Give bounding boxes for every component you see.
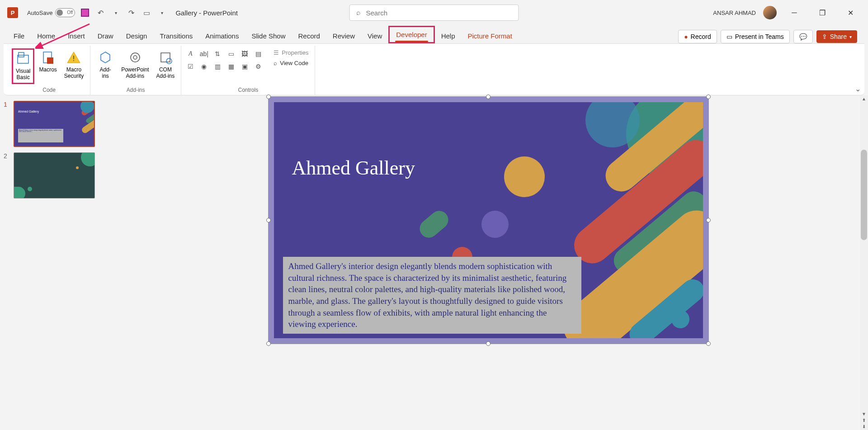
selection-handle[interactable] [706, 218, 711, 222]
svg-rect-2 [19, 52, 24, 57]
visual-basic-button[interactable]: Visual Basic [12, 48, 34, 84]
quick-access-toolbar: ↶ ▾ ↷ ▭ ▾ [80, 8, 166, 17]
group-code-label: Code [42, 85, 56, 95]
svg-point-9 [166, 58, 172, 64]
command-button-icon[interactable]: ▭ [226, 48, 236, 59]
view-code-button[interactable]: ⌕View Code [271, 59, 311, 67]
image-control-icon[interactable]: 🖼 [239, 48, 250, 59]
scroll-thumb[interactable] [861, 150, 867, 240]
selection-handle[interactable] [486, 341, 491, 346]
slide-canvas[interactable]: Ahmed Gallery Ahmed Gallery's interior d… [268, 96, 709, 344]
listbox-control-icon[interactable]: ▥ [212, 61, 223, 72]
com-addins-icon [158, 50, 173, 65]
decor-pill [416, 207, 452, 241]
powerpoint-app-icon: P [7, 7, 18, 18]
slide-thumbnail-2[interactable] [14, 152, 95, 198]
autosave-toggle[interactable]: AutoSave Off [27, 8, 75, 17]
group-addins: Add- ins PowerPoint Add-ins COM Add-ins … [90, 46, 181, 95]
prev-slide-icon[interactable]: ⬆ [860, 418, 868, 423]
macros-button[interactable]: Macros [36, 48, 59, 75]
tab-help[interactable]: Help [435, 28, 462, 43]
tab-review[interactable]: Review [326, 28, 361, 43]
powerpoint-addins-button[interactable]: PowerPoint Add-ins [118, 48, 151, 81]
vertical-scrollbar[interactable]: ▲ ▼ ⬆ ⬇ [860, 95, 868, 430]
svg-point-7 [133, 56, 137, 59]
slide-edit-area[interactable]: Ahmed Gallery Ahmed Gallery's interior d… [108, 95, 868, 430]
addins-label: Add- ins [99, 66, 111, 80]
tab-home[interactable]: Home [31, 28, 61, 43]
username-label[interactable]: ANSAR AHMAD [713, 9, 756, 16]
undo-dropdown[interactable]: ▾ [111, 8, 120, 17]
slide-thumbnail-1[interactable]: Ahmed Gallery Ahmed Gallery's interior d… [14, 101, 95, 147]
thumbnail-number: 1 [4, 101, 10, 147]
group-addins-label: Add-ins [127, 85, 145, 95]
combobox-control-icon[interactable]: ▦ [226, 61, 236, 72]
slide-body-text-box[interactable]: Ahmed Gallery's interior design elegantl… [283, 257, 581, 334]
toggle-switch[interactable]: Off [55, 8, 75, 17]
comment-icon: 💬 [799, 33, 807, 40]
search-box[interactable]: ⌕ [349, 5, 519, 21]
comments-button[interactable]: 💬 [793, 30, 813, 43]
tab-design[interactable]: Design [120, 28, 154, 43]
checkbox-control-icon[interactable]: ☑ [185, 61, 196, 72]
svg-rect-4 [47, 57, 53, 64]
ppt-addins-label: PowerPoint Add-ins [121, 66, 149, 80]
selection-handle[interactable] [706, 341, 711, 346]
undo-button[interactable]: ↶ [96, 8, 105, 17]
tab-view[interactable]: View [361, 28, 388, 43]
maximize-button[interactable]: ❐ [812, 5, 833, 20]
tab-record[interactable]: Record [292, 28, 326, 43]
spin-control-icon[interactable]: ⇅ [212, 48, 223, 59]
tab-insert[interactable]: Insert [61, 28, 91, 43]
visual-basic-label: Visual Basic [16, 68, 30, 81]
selection-handle[interactable] [266, 95, 271, 99]
addins-icon [98, 50, 113, 65]
qat-customize[interactable]: ▾ [157, 8, 166, 17]
com-addins-button[interactable]: COM Add-ins [154, 48, 178, 81]
close-button[interactable]: ✕ [840, 5, 861, 20]
svg-text:!: ! [73, 55, 75, 62]
teams-icon: ▭ [726, 33, 732, 40]
record-button[interactable]: ●Record [678, 30, 717, 43]
redo-button[interactable]: ↷ [127, 8, 136, 17]
scrollbar-control-icon[interactable]: ▤ [253, 48, 264, 59]
label-control-icon[interactable]: A [185, 48, 196, 59]
record-icon: ● [684, 33, 688, 40]
textbox-control-icon[interactable]: ab| [198, 48, 209, 59]
share-button[interactable]: ⇪Share▾ [816, 30, 857, 43]
slide-title[interactable]: Ahmed Gallery [292, 156, 415, 180]
tab-draw[interactable]: Draw [91, 28, 120, 43]
macro-security-button[interactable]: ! Macro Security [61, 48, 86, 81]
tab-animations[interactable]: Animations [199, 28, 245, 43]
save-button[interactable] [80, 8, 90, 17]
selection-handle[interactable] [706, 95, 711, 99]
macros-label: Macros [39, 66, 57, 73]
tab-developer[interactable]: Developer [388, 26, 434, 43]
present-teams-button[interactable]: ▭Present in Teams [721, 30, 790, 43]
selection-handle[interactable] [486, 95, 491, 99]
scroll-down-icon[interactable]: ▼ [860, 411, 868, 416]
tab-picture-format[interactable]: Picture Format [462, 28, 519, 43]
selection-handle[interactable] [266, 218, 271, 222]
addins-button[interactable]: Add- ins [94, 48, 117, 81]
minimize-button[interactable]: ─ [784, 5, 805, 20]
scroll-up-icon[interactable]: ▲ [860, 96, 868, 101]
selection-handle[interactable] [266, 341, 271, 346]
visual-basic-icon [16, 52, 30, 66]
tab-file[interactable]: File [7, 28, 31, 43]
search-input[interactable] [366, 9, 512, 17]
thumbnail-item: 1 Ahmed Gallery Ahmed Gallery's interior… [4, 101, 105, 147]
svg-point-6 [131, 53, 140, 62]
properties-button[interactable]: ☰Properties [271, 48, 311, 57]
ribbon-tabs: File Home Insert Draw Design Transitions… [0, 25, 868, 43]
more-controls-icon[interactable]: ⚙ [253, 61, 264, 72]
collapse-ribbon-button[interactable]: ⌄ [855, 85, 861, 93]
toggle-control-icon[interactable]: ▣ [239, 61, 250, 72]
option-control-icon[interactable]: ◉ [198, 61, 209, 72]
user-avatar[interactable] [763, 6, 777, 19]
slideshow-button[interactable]: ▭ [142, 8, 151, 17]
thumbnail-item: 2 [4, 152, 105, 198]
next-slide-icon[interactable]: ⬇ [860, 424, 868, 429]
tab-slideshow[interactable]: Slide Show [245, 28, 292, 43]
tab-transitions[interactable]: Transitions [153, 28, 199, 43]
